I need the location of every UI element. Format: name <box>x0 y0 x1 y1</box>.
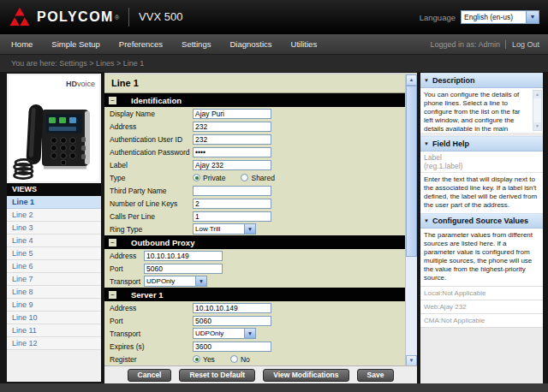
section-outbound-proxy: −Outbound ProxyAddressPortTransportUDPOn… <box>104 235 406 288</box>
radio-label: Yes <box>203 355 215 364</box>
form-area: Line 1 −IdentificationDisplay NameAddres… <box>104 74 406 366</box>
field-help-header[interactable]: ▼ Field Help <box>420 136 543 151</box>
auth-user-id-input[interactable] <box>193 134 271 145</box>
scroll-down-icon[interactable]: ▼ <box>533 122 541 130</box>
scroll-up-icon[interactable]: ▲ <box>533 91 541 98</box>
section-header-identification: −Identification <box>104 93 406 107</box>
help-sidebar: ▼ Description You can configure the deta… <box>420 73 543 383</box>
section-server-1: −Server 1AddressPortTransportUDPOnly▼Exp… <box>104 288 406 366</box>
sidebar-item-line-2[interactable]: Line 2 <box>7 209 101 222</box>
nav-item-preferences[interactable]: Preferences <box>119 39 163 49</box>
field-row-expires: Expires (s) <box>104 340 406 353</box>
sidebar-item-line-1[interactable]: Line 1 <box>7 196 101 209</box>
section-identification: −IdentificationDisplay NameAddressAuthen… <box>104 93 406 235</box>
field-label: Authentication User ID <box>110 135 193 144</box>
ring-type-select[interactable]: Low Trill▼ <box>193 223 256 235</box>
source-value-local: Local:Not Applicable <box>420 286 543 300</box>
nav-item-settings[interactable]: Settings <box>182 39 211 49</box>
registered-mark: ® <box>115 15 119 21</box>
field-row-server-address: Address <box>104 301 406 314</box>
field-help-title: Field Help <box>432 140 469 148</box>
proxy-transport-select[interactable]: UDPOnly▼ <box>144 276 207 287</box>
sidebar-item-line-8[interactable]: Line 8 <box>7 286 101 299</box>
cancel-button[interactable]: Cancel <box>128 369 172 382</box>
dropdown-arrow-icon[interactable]: ▼ <box>244 329 255 338</box>
collapse-triangle-icon: ▼ <box>424 78 429 83</box>
description-header[interactable]: ▼ Description <box>420 73 543 88</box>
field-label: Number of Line Keys <box>110 199 193 208</box>
type-option-private[interactable]: Private <box>193 174 225 182</box>
log-out-link[interactable]: Log Out <box>505 40 539 49</box>
sidebar-item-line-6[interactable]: Line 6 <box>7 260 101 273</box>
language-label: Language <box>420 13 456 22</box>
address-input[interactable] <box>193 122 271 132</box>
scroll-up-icon[interactable]: ▲ <box>406 74 417 86</box>
description-text: You can configure the details of phone l… <box>424 91 521 133</box>
sidebar-item-line-3[interactable]: Line 3 <box>7 222 101 235</box>
calls-per-line-input[interactable] <box>193 211 271 222</box>
description-body: You can configure the details of phone l… <box>420 88 543 133</box>
collapse-icon[interactable]: − <box>109 97 116 104</box>
section-header-outbound-proxy: −Outbound Proxy <box>104 235 406 249</box>
source-value-web: Web:Ajay 232 <box>420 300 543 313</box>
select-value: UDPOnly <box>145 276 195 286</box>
login-info: Logged in as: Admin Log Out <box>430 34 539 54</box>
nav-item-home[interactable]: Home <box>11 39 33 49</box>
dropdown-arrow-icon[interactable]: ▼ <box>244 224 255 234</box>
save-button[interactable]: Save <box>357 369 395 382</box>
type-option-shared[interactable]: Shared <box>241 174 274 182</box>
sidebar-item-line-11[interactable]: Line 11 <box>7 324 101 337</box>
reset-to-default-button[interactable]: Reset to Default <box>179 369 255 382</box>
field-row-calls-per-line: Calls Per Line <box>104 210 406 223</box>
field-label: Authentication Password <box>110 148 193 157</box>
field-row-register: RegisterYesNo <box>104 353 406 365</box>
main-panel: Line 1 −IdentificationDisplay NameAddres… <box>104 73 417 383</box>
sidebar-item-line-4[interactable]: Line 4 <box>7 235 101 247</box>
sidebar-item-line-7[interactable]: Line 7 <box>7 273 101 286</box>
bottom-strip <box>0 383 548 392</box>
number-of-line-keys-input[interactable] <box>193 199 271 209</box>
radio-icon <box>230 355 238 363</box>
expires-input[interactable] <box>193 342 271 352</box>
nav-item-simple-setup[interactable]: Simple Setup <box>51 39 100 49</box>
view-modifications-button[interactable]: View Modifications <box>263 369 348 382</box>
collapse-icon[interactable]: − <box>109 239 116 246</box>
server-transport-select[interactable]: UDPOnly▼ <box>193 328 256 339</box>
field-row-server-port: Port <box>104 314 406 327</box>
proxy-port-input[interactable] <box>144 264 223 274</box>
configured-source-values-header[interactable]: ▼ Configured Source Values <box>420 213 543 229</box>
nav-item-utilities[interactable]: Utilities <box>291 39 318 49</box>
auth-password-input[interactable] <box>193 147 271 157</box>
phone-illustration <box>9 94 98 181</box>
field-label: Ring Type <box>110 225 193 234</box>
dropdown-arrow-icon[interactable]: ▼ <box>195 276 206 286</box>
register-option-yes[interactable]: Yes <box>193 355 215 364</box>
configured-source-values-title: Configured Source Values <box>432 217 528 225</box>
register-option-no[interactable]: No <box>230 355 250 364</box>
breadcrumb: You are here: Settings > Lines > Line 1 <box>0 55 548 72</box>
hdvoice-logo: HDvoice <box>66 80 95 88</box>
label-input[interactable] <box>193 160 271 170</box>
server-address-input[interactable] <box>193 303 271 313</box>
dropdown-arrow-icon[interactable]: ▼ <box>526 11 539 23</box>
section-title: Identification <box>131 96 182 105</box>
main-scrollbar[interactable]: ▲ ▼ <box>405 74 417 366</box>
radio-icon <box>193 355 200 363</box>
description-scrollbar[interactable]: ▲ ▼ <box>533 90 542 131</box>
language-select[interactable]: English (en-us) ▼ <box>461 10 539 24</box>
display-name-input[interactable] <box>193 109 271 119</box>
sidebar-item-line-10[interactable]: Line 10 <box>7 312 101 324</box>
sidebar-item-line-5[interactable]: Line 5 <box>7 247 101 260</box>
collapse-icon[interactable]: − <box>109 291 116 299</box>
proxy-address-input[interactable] <box>144 251 223 261</box>
third-party-name-input[interactable] <box>193 186 271 196</box>
nav-item-diagnostics[interactable]: Diagnostics <box>229 39 271 49</box>
field-row-auth-password: Authentication Password <box>104 146 406 158</box>
server-port-input[interactable] <box>193 316 271 326</box>
sidebar-item-line-9[interactable]: Line 9 <box>7 299 101 312</box>
field-row-server-transport: TransportUDPOnly▼ <box>104 327 406 340</box>
field-label: Calls Per Line <box>110 212 193 221</box>
hdvoice-hd: HD <box>66 80 77 88</box>
sidebar-item-line-12[interactable]: Line 12 <box>7 337 101 350</box>
scrollbar-thumb[interactable] <box>406 86 417 257</box>
